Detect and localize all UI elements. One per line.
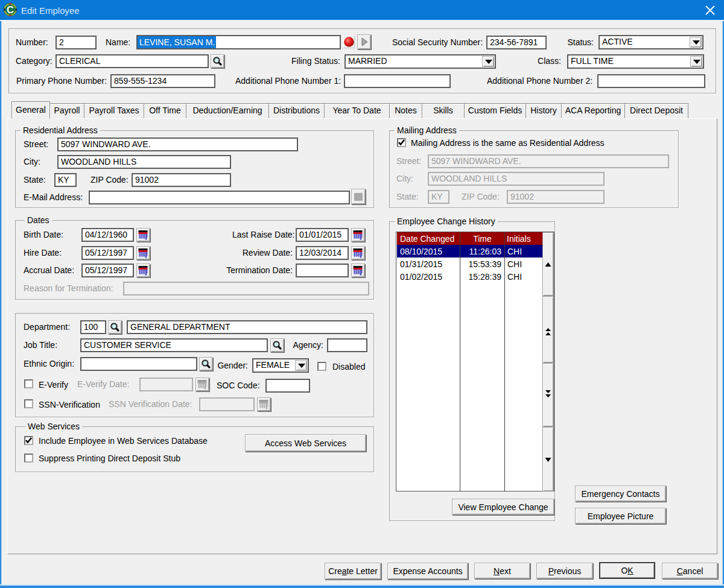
svg-text:C: C bbox=[7, 4, 14, 15]
